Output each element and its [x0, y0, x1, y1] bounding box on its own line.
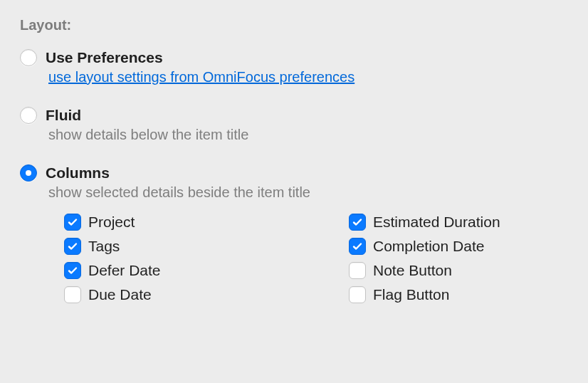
checkbox-defer-date-label: Defer Date — [88, 262, 161, 279]
checkbox-estimated-duration-label: Estimated Duration — [373, 214, 500, 231]
check-icon — [67, 241, 78, 252]
checkbox-project-label: Project — [88, 214, 135, 231]
radio-fluid-label: Fluid — [46, 107, 81, 124]
option-use-preferences: Use Preferences use layout settings from… — [20, 49, 568, 85]
check-icon — [352, 241, 363, 252]
columns-checkbox-grid: Project Estimated Duration Tags Completi… — [64, 214, 568, 303]
checkbox-completion-date[interactable] — [349, 238, 366, 255]
checkbox-defer-date[interactable] — [64, 262, 81, 279]
check-icon — [67, 216, 78, 228]
check-icon — [67, 265, 78, 276]
use-preferences-link[interactable]: use layout settings from OmniFocus prefe… — [48, 69, 355, 85]
check-item-estimated-duration: Estimated Duration — [349, 214, 568, 231]
radio-columns-label: Columns — [46, 164, 110, 182]
check-item-completion-date: Completion Date — [349, 238, 568, 255]
radio-columns[interactable] — [20, 164, 37, 182]
check-item-tags: Tags — [64, 238, 306, 255]
checkbox-estimated-duration[interactable] — [349, 214, 366, 231]
check-item-project: Project — [64, 214, 306, 231]
radio-fluid[interactable] — [20, 107, 37, 124]
radio-use-preferences-label: Use Preferences — [46, 49, 163, 66]
radio-columns-description: show selected details beside the item ti… — [48, 184, 568, 201]
checkbox-flag-button[interactable] — [349, 286, 366, 303]
checkbox-tags[interactable] — [64, 238, 81, 255]
checkbox-tags-label: Tags — [88, 238, 120, 255]
checkbox-due-date[interactable] — [64, 286, 81, 303]
checkbox-flag-button-label: Flag Button — [373, 286, 449, 303]
check-item-note-button: Note Button — [349, 262, 568, 279]
radio-fluid-description: show details below the item title — [48, 127, 568, 143]
layout-section-header: Layout: — [20, 17, 568, 33]
option-columns: Columns show selected details beside the… — [20, 164, 568, 303]
radio-use-preferences[interactable] — [20, 49, 37, 66]
checkbox-note-button-label: Note Button — [373, 262, 452, 279]
option-fluid: Fluid show details below the item title — [20, 107, 568, 143]
check-icon — [352, 216, 363, 228]
checkbox-project[interactable] — [64, 214, 81, 231]
check-item-due-date: Due Date — [64, 286, 306, 303]
checkbox-note-button[interactable] — [349, 262, 366, 279]
check-item-flag-button: Flag Button — [349, 286, 568, 303]
checkbox-completion-date-label: Completion Date — [373, 238, 484, 255]
checkbox-due-date-label: Due Date — [88, 286, 152, 303]
check-item-defer-date: Defer Date — [64, 262, 306, 279]
